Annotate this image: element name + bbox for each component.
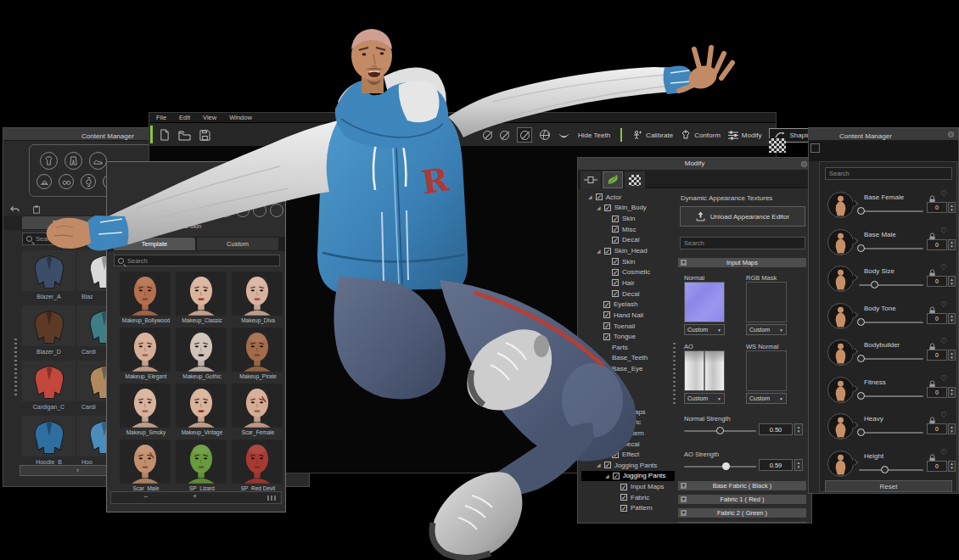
morph-value[interactable]: 0 — [927, 387, 947, 398]
makeup-item-makeup-elegant[interactable]: Makeup_Elegant — [119, 327, 173, 381]
makeup-item-makeup-pirate[interactable]: Makeup_Pirate — [231, 327, 285, 381]
morph-slider-track[interactable] — [859, 395, 923, 397]
morph-avatar[interactable] — [827, 339, 855, 367]
input-maps-header[interactable]: ▾ Input Maps — [677, 257, 807, 268]
checkbox[interactable]: ✓ — [612, 237, 619, 244]
favorite-icon[interactable]: ♡ — [940, 338, 947, 345]
morph-stepper[interactable]: ▲▼ — [948, 461, 956, 472]
undo-icon[interactable] — [8, 203, 21, 216]
preset-circle-icon[interactable] — [151, 204, 165, 217]
tree-item-base-teeth[interactable]: Base_Teeth — [581, 353, 675, 364]
morph-slider-track[interactable] — [859, 432, 923, 434]
morph-slider-track[interactable] — [859, 358, 923, 360]
texture-map-rgb-mask[interactable] — [746, 282, 787, 322]
clothing-thumbnail[interactable] — [22, 416, 76, 456]
resize-grip[interactable] — [267, 496, 276, 501]
morph-slider-knob[interactable] — [871, 281, 878, 288]
morph-slider-knob[interactable] — [857, 355, 865, 362]
makeup-thumbnail[interactable] — [176, 384, 227, 428]
checkbox[interactable]: ✓ — [604, 462, 611, 468]
preset-circle-icon[interactable] — [253, 204, 266, 217]
map-source-dropdown[interactable]: Custom▼ — [684, 393, 725, 404]
checkbox[interactable]: ✓ — [612, 451, 619, 458]
makeup-item-makeup-diva[interactable]: Makeup_Diva — [231, 271, 285, 325]
tree-item-actor[interactable]: ◢✓Actor — [581, 192, 675, 203]
preset-circle-icon[interactable] — [185, 204, 199, 217]
tree-item-input-maps[interactable]: Input Maps — [581, 406, 675, 417]
tree-item-decal[interactable]: ✓Decal — [581, 288, 675, 300]
morph-value[interactable]: 0 — [927, 276, 947, 287]
slider-track-ao-strength[interactable] — [684, 466, 756, 468]
save-icon[interactable] — [199, 129, 211, 142]
texture-map-ws-normal[interactable] — [746, 350, 787, 391]
appearance-search-input[interactable]: Search — [680, 237, 805, 249]
tree-item-hand-nail[interactable]: ✓Hand Nail — [581, 310, 675, 321]
expander-icon[interactable]: ◢ — [597, 462, 601, 468]
tree-item-pattern[interactable]: ✓Pattern — [581, 503, 675, 514]
tree-item-decal[interactable]: ✓Decal — [581, 235, 675, 246]
checkbox[interactable]: ✓ — [603, 322, 610, 329]
zoom-in-button[interactable]: + — [193, 492, 197, 501]
calibrate-button[interactable]: Calibrate — [632, 130, 673, 140]
globe-icon[interactable] — [540, 130, 550, 140]
expander-icon[interactable]: ◢ — [597, 204, 601, 211]
modify-panel-titlebar[interactable]: Modify — [578, 158, 811, 170]
morph-stepper[interactable]: ▲▼ — [948, 350, 956, 361]
clipboard-icon[interactable] — [30, 203, 42, 216]
preset-circle-icon[interactable] — [236, 204, 250, 217]
tab-template[interactable]: Template — [114, 238, 195, 250]
tab-texture[interactable] — [625, 171, 645, 188]
makeup-thumbnail[interactable] — [176, 272, 227, 316]
checkbox[interactable]: ✓ — [612, 429, 619, 436]
makeup-item-makeup-bollywood[interactable]: Makeup_Bollywood — [119, 271, 173, 325]
morph-avatar[interactable] — [827, 376, 855, 404]
expander-icon[interactable]: ◢ — [597, 248, 601, 255]
close-icon[interactable] — [801, 161, 807, 167]
map-source-dropdown[interactable]: Custom▼ — [746, 324, 787, 335]
checkbox[interactable]: ✓ — [612, 290, 619, 297]
makeup-thumbnail[interactable] — [176, 328, 227, 372]
shoes-icon[interactable] — [89, 152, 107, 170]
tree-item-tongue[interactable]: ✓Tongue — [581, 331, 675, 342]
makeup-thumbnail[interactable] — [120, 440, 171, 484]
tree-item-cosmetic[interactable]: ✓Cosmetic — [581, 266, 675, 277]
tree-item-input-maps[interactable]: ✓Input Maps — [581, 481, 675, 492]
tab-appearance[interactable] — [603, 171, 623, 188]
pants-icon[interactable] — [64, 152, 82, 170]
makeup-thumbnail[interactable] — [176, 440, 227, 484]
tree-item-skin[interactable]: ✓Skin — [581, 213, 675, 224]
menu-window[interactable]: Window — [229, 114, 252, 121]
tree-item-jogging-pants[interactable]: ◢✓Jogging Pants — [581, 460, 675, 471]
tree-item-base-eye[interactable]: Base_Eye — [581, 363, 675, 374]
texture-map-normal[interactable] — [684, 282, 725, 322]
tab-custom[interactable]: Custom — [197, 238, 278, 250]
checkbox[interactable]: ✓ — [612, 279, 619, 286]
makeup-item-sp-lizard[interactable]: SP_Lizard — [175, 439, 229, 493]
checkbox[interactable]: ✓ — [612, 419, 619, 426]
menu-edit[interactable]: Edit — [179, 114, 190, 121]
texture-map-ao[interactable] — [684, 350, 725, 391]
preset-circle-icon[interactable] — [202, 204, 216, 217]
tree-item-hair[interactable]: ✓Hair — [581, 277, 675, 288]
morph-value[interactable]: 0 — [927, 239, 947, 250]
clothing-item-hoodie-b[interactable]: Hoodie_B — [21, 415, 76, 470]
display-icon[interactable] — [255, 181, 266, 192]
wing-icon[interactable] — [558, 129, 570, 142]
makeup-item-makeup-smoky[interactable]: Makeup_Smoky — [119, 383, 173, 437]
tree-item-skin-head[interactable]: ◢✓Skin_Head — [581, 245, 675, 256]
tree-scrollbar[interactable] — [673, 340, 676, 404]
morph-value[interactable]: 0 — [927, 202, 947, 213]
tree-item-fabric[interactable]: ✓Fabric — [581, 417, 675, 428]
map-source-dropdown[interactable]: Custom▼ — [746, 393, 787, 404]
conform-button[interactable]: Conform — [681, 130, 721, 140]
favorite-icon[interactable]: ♡ — [940, 190, 947, 198]
hat-icon[interactable] — [36, 174, 52, 189]
clothing-thumbnail[interactable] — [22, 250, 76, 291]
fabric-section-fabric-3-blue[interactable]: ▾Fabric 3 ( Blue ) — [677, 521, 807, 524]
favorite-icon[interactable]: ♡ — [940, 264, 947, 272]
left-panel-grip[interactable] — [14, 336, 17, 395]
breadcrumb-special[interactable]: Special — [132, 223, 152, 229]
watch-icon[interactable] — [81, 174, 96, 189]
makeup-thumbnail[interactable] — [232, 440, 283, 484]
slash-circle-icon[interactable] — [483, 131, 492, 140]
